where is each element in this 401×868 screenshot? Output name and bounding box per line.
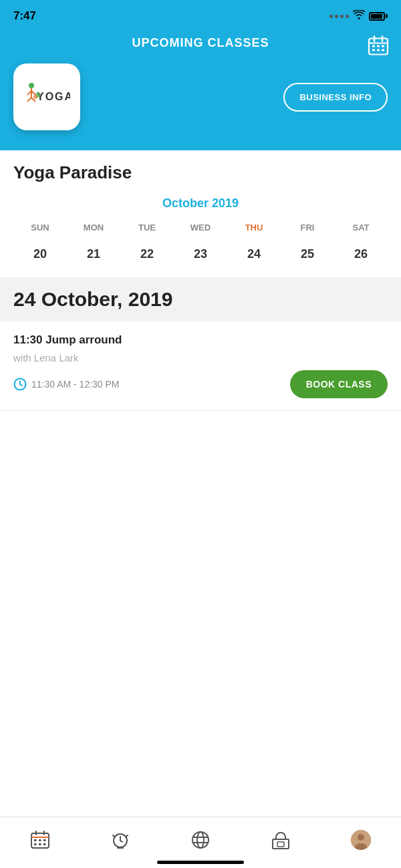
calendar-month: October 2019	[13, 196, 388, 210]
business-name: Yoga Paradise	[13, 162, 388, 183]
svg-text:YOGA: YOGA	[37, 91, 70, 102]
alarm-nav-icon	[110, 829, 131, 851]
selected-date-banner: 24 October, 2019	[0, 277, 401, 321]
svg-rect-25	[39, 839, 41, 841]
profile-nav-icon	[350, 829, 372, 851]
home-indicator	[157, 861, 244, 864]
svg-rect-37	[277, 842, 284, 847]
calendar-day-25[interactable]: 25	[281, 242, 334, 267]
svg-line-14	[27, 98, 31, 102]
calendar-day-20[interactable]: 20	[13, 242, 67, 267]
weekday-fri: FRI	[281, 220, 334, 235]
status-icons	[329, 10, 388, 22]
book-class-button[interactable]: BOOK CLASS	[290, 370, 388, 398]
svg-rect-4	[372, 45, 375, 47]
weekday-sun: SUN	[13, 220, 67, 235]
svg-rect-9	[382, 49, 384, 51]
globe-nav-icon	[190, 829, 211, 851]
status-time: 7:47	[13, 9, 36, 23]
svg-rect-6	[382, 45, 384, 47]
nav-item-shop[interactable]	[259, 825, 302, 855]
weekday-thu: THU	[227, 220, 281, 235]
calendar-day-22[interactable]: 22	[120, 242, 174, 267]
nav-item-profile[interactable]	[340, 825, 382, 855]
business-logo: YOGA	[13, 63, 80, 130]
svg-rect-29	[43, 843, 46, 845]
svg-rect-27	[34, 843, 37, 845]
svg-point-32	[192, 832, 209, 848]
class-title: 11:30 Jump arround	[13, 333, 388, 347]
wifi-icon	[353, 10, 365, 22]
class-instructor: with Lena Lark	[13, 352, 388, 364]
calendar-section: October 2019 SUN MON TUE WED THU FRI SAT…	[0, 190, 401, 267]
class-time-text: 11:30 AM - 12:30 PM	[31, 379, 120, 390]
calendar-header-button[interactable]	[368, 35, 389, 58]
calendar-weekdays: SUN MON TUE WED THU FRI SAT	[13, 220, 388, 235]
header: UPCOMING CLASSES	[0, 29, 401, 63]
page-title: UPCOMING CLASSES	[132, 36, 269, 50]
weekday-sat: SAT	[334, 220, 388, 235]
svg-point-18	[33, 95, 37, 99]
svg-rect-24	[34, 839, 37, 841]
weekday-wed: WED	[174, 220, 227, 235]
nav-item-alarm[interactable]	[99, 825, 142, 855]
svg-rect-28	[39, 843, 41, 845]
svg-rect-8	[377, 49, 380, 51]
svg-point-39	[358, 834, 364, 841]
class-bottom: 11:30 AM - 12:30 PM BOOK CLASS	[13, 370, 388, 398]
svg-rect-7	[372, 49, 375, 51]
signal-icon	[329, 15, 349, 18]
calendar-days: 20 21 22 23 24 25 26	[13, 242, 388, 267]
business-name-area: Yoga Paradise	[0, 149, 401, 190]
svg-rect-26	[43, 839, 46, 841]
shop-nav-icon	[270, 829, 291, 851]
business-info-button[interactable]: BUSINESS INFO	[283, 83, 388, 112]
weekday-mon: MON	[67, 220, 120, 235]
battery-icon	[369, 12, 388, 21]
svg-rect-36	[273, 839, 289, 849]
calendar-day-23[interactable]: 23	[174, 242, 227, 267]
svg-point-33	[197, 832, 204, 848]
clock-icon	[13, 378, 27, 391]
status-bar: 7:47	[0, 0, 401, 29]
svg-point-10	[29, 83, 34, 88]
calendar-day-26[interactable]: 26	[334, 242, 388, 267]
calendar-day-21[interactable]: 21	[67, 242, 120, 267]
calendar-nav-icon	[29, 829, 51, 851]
class-time: 11:30 AM - 12:30 PM	[13, 378, 120, 391]
nav-item-calendar[interactable]	[19, 825, 61, 855]
business-section: YOGA BUSINESS INFO	[0, 63, 401, 150]
class-card: 11:30 Jump arround with Lena Lark 11:30 …	[0, 321, 401, 411]
svg-rect-5	[377, 45, 380, 47]
nav-item-globe[interactable]	[179, 825, 222, 855]
weekday-tue: TUE	[120, 220, 174, 235]
calendar-day-24[interactable]: 24	[227, 242, 281, 267]
selected-date: 24 October, 2019	[13, 288, 172, 310]
